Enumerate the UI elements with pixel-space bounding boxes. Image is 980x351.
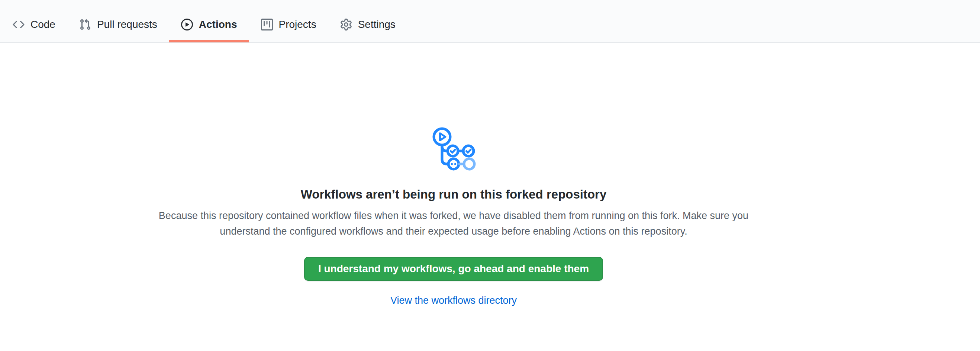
play-icon xyxy=(181,19,193,30)
tab-pull-requests-label: Pull requests xyxy=(97,19,157,30)
actions-blankslate-page: Workflows aren’t being run on this forke… xyxy=(0,43,980,351)
view-workflows-directory-link[interactable]: View the workflows directory xyxy=(390,295,517,307)
tab-settings-label: Settings xyxy=(358,19,396,30)
tab-pull-requests[interactable]: Pull requests xyxy=(67,7,169,42)
tab-projects[interactable]: Projects xyxy=(249,7,328,42)
gear-icon xyxy=(340,19,352,30)
tab-actions[interactable]: Actions xyxy=(169,7,249,42)
blankslate: Workflows aren’t being run on this forke… xyxy=(156,43,751,307)
project-icon xyxy=(261,19,273,30)
tab-settings[interactable]: Settings xyxy=(328,7,407,42)
code-icon xyxy=(13,19,24,30)
repo-tab-nav: Code Pull requests Actions Projects xyxy=(0,0,980,43)
blankslate-title: Workflows aren’t being run on this forke… xyxy=(156,187,751,203)
tab-code[interactable]: Code xyxy=(1,7,67,42)
enable-workflows-button[interactable]: I understand my workflows, go ahead and … xyxy=(304,257,603,281)
tab-projects-label: Projects xyxy=(279,19,317,30)
tab-code-label: Code xyxy=(30,19,56,30)
tab-actions-label: Actions xyxy=(199,19,237,30)
workflow-graph-icon xyxy=(431,127,476,171)
blankslate-description: Because this repository contained workfl… xyxy=(156,208,751,239)
git-pull-request-icon xyxy=(79,19,91,30)
